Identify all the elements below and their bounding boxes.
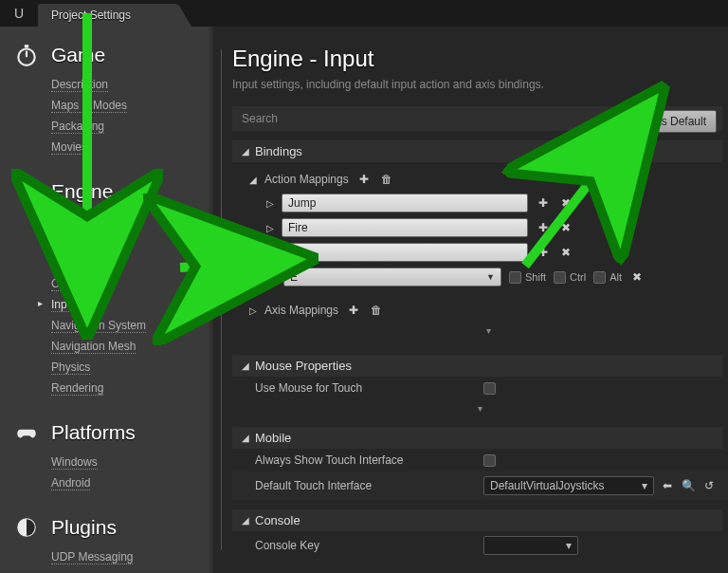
stopwatch-icon bbox=[13, 42, 40, 68]
sidebar-item-input[interactable]: Input bbox=[51, 294, 213, 315]
section-bindings[interactable]: ◢Bindings bbox=[232, 140, 722, 162]
add-key-icon[interactable]: ✚ bbox=[536, 220, 551, 235]
action-mapping-jump-field[interactable]: Jump bbox=[282, 194, 528, 213]
settings-sidebar: Game Description Maps & Modes Packaging … bbox=[0, 27, 213, 573]
sidebar-item-maps-modes[interactable]: Maps & Modes bbox=[51, 95, 213, 116]
sidebar-item-android[interactable]: Android bbox=[51, 472, 213, 493]
category-game-title: Game bbox=[51, 44, 105, 66]
triangle-down-icon: ◢ bbox=[242, 515, 249, 526]
triangle-down-icon: ◢ bbox=[242, 433, 249, 443]
plug-icon bbox=[13, 514, 40, 541]
browse-asset-icon[interactable]: 🔍 bbox=[681, 478, 696, 493]
reset-to-default-icon[interactable]: ↺ bbox=[701, 478, 717, 493]
shift-modifier-checkbox[interactable] bbox=[509, 271, 521, 284]
sidebar-item-rendering[interactable]: Rendering bbox=[51, 378, 213, 398]
console-key-dropdown[interactable]: ▾ bbox=[483, 536, 578, 555]
gear-icon bbox=[13, 178, 40, 205]
delete-action-mappings-icon[interactable]: 🗑 bbox=[379, 172, 394, 187]
triangle-down-icon[interactable]: ◢ bbox=[266, 248, 274, 258]
triangle-right-icon[interactable]: ▷ bbox=[266, 223, 274, 233]
default-touch-interface-label: Default Touch Interface bbox=[242, 479, 483, 492]
sidebar-item-physics[interactable]: Physics bbox=[51, 357, 213, 378]
add-key-icon[interactable]: ✚ bbox=[536, 195, 551, 211]
add-axis-mapping-icon[interactable]: ✚ bbox=[346, 303, 361, 318]
ue-logo: U bbox=[0, 0, 38, 27]
set-as-default-button[interactable]: Set as Default bbox=[625, 110, 717, 133]
triangle-down-icon: ◢ bbox=[249, 175, 257, 185]
page-title: Engine - Input bbox=[232, 46, 728, 72]
sidebar-item-navigation-mesh[interactable]: Navigation Mesh bbox=[51, 336, 213, 357]
sidebar-item-udp-messaging[interactable]: UDP Messaging bbox=[51, 546, 213, 567]
add-key-icon[interactable]: ✚ bbox=[536, 245, 551, 260]
default-touch-interface-dropdown[interactable]: DefaultVirtualJoysticks▾ bbox=[483, 476, 654, 495]
sidebar-item-audio[interactable]: Audio bbox=[51, 231, 213, 252]
triangle-right-icon: ▷ bbox=[249, 305, 257, 316]
category-plugins-title: Plugins bbox=[51, 516, 117, 539]
page-description: Input settings, including default input … bbox=[232, 78, 728, 91]
add-action-mapping-icon[interactable]: ✚ bbox=[356, 172, 372, 187]
expand-indicator-icon[interactable]: ▾ bbox=[249, 322, 728, 340]
sidebar-item-general-settings[interactable]: General Settings bbox=[51, 211, 213, 231]
triangle-right-icon[interactable]: ▷ bbox=[266, 198, 274, 209]
sidebar-item-collision[interactable]: Collision bbox=[51, 252, 213, 273]
sidebar-item-windows[interactable]: Windows bbox=[51, 452, 213, 472]
console-key-label: Console Key bbox=[242, 539, 483, 552]
controller-icon bbox=[13, 419, 40, 446]
sidebar-item-console[interactable]: Console bbox=[51, 273, 213, 294]
svg-rect-1 bbox=[25, 45, 28, 47]
section-console[interactable]: ◢Console bbox=[232, 509, 722, 531]
sidebar-item-description[interactable]: Description bbox=[51, 74, 213, 95]
section-mobile[interactable]: ◢Mobile bbox=[232, 427, 722, 449]
tab-project-settings[interactable]: Project Settings bbox=[38, 4, 178, 27]
category-engine-title: Engine bbox=[51, 180, 113, 203]
remove-key-icon[interactable]: ✖ bbox=[629, 269, 645, 285]
remove-mapping-icon[interactable]: ✖ bbox=[558, 245, 573, 260]
dropdown-arrow-icon: ▼ bbox=[486, 268, 495, 286]
delete-axis-mappings-icon[interactable]: 🗑 bbox=[369, 303, 384, 318]
key-binding-dropdown[interactable]: E ▼ bbox=[283, 268, 501, 286]
dropdown-arrow-icon: ▾ bbox=[566, 537, 572, 554]
sidebar-item-movies[interactable]: Movies bbox=[51, 137, 213, 157]
triangle-down-icon: ◢ bbox=[242, 146, 249, 157]
remove-mapping-icon[interactable]: ✖ bbox=[558, 195, 573, 211]
expand-indicator-icon[interactable]: ▾ bbox=[232, 399, 728, 417]
dropdown-arrow-icon: ▾ bbox=[642, 477, 647, 494]
use-selected-asset-icon[interactable]: ⬅ bbox=[660, 478, 675, 493]
always-show-touch-interface-label: Always Show Touch Interface bbox=[242, 453, 483, 467]
sidebar-item-packaging[interactable]: Packaging bbox=[51, 116, 213, 137]
sidebar-item-navigation-system[interactable]: Navigation System bbox=[51, 315, 213, 336]
action-mapping-use-field[interactable]: Use bbox=[282, 243, 528, 262]
section-mouse-properties[interactable]: ◢Mouse Properties bbox=[232, 355, 722, 377]
alt-modifier-checkbox[interactable] bbox=[593, 271, 606, 284]
use-mouse-for-touch-checkbox[interactable] bbox=[483, 382, 496, 395]
action-mappings-header[interactable]: ◢ Action Mappings ✚ 🗑 bbox=[249, 168, 728, 191]
ctrl-modifier-checkbox[interactable] bbox=[554, 271, 566, 284]
category-platforms-title: Platforms bbox=[51, 421, 136, 444]
remove-mapping-icon[interactable]: ✖ bbox=[558, 220, 573, 235]
action-mapping-fire-field[interactable]: Fire bbox=[282, 218, 528, 237]
use-mouse-for-touch-label: Use Mouse for Touch bbox=[242, 381, 483, 395]
triangle-down-icon: ◢ bbox=[242, 360, 249, 371]
always-show-touch-interface-checkbox[interactable] bbox=[483, 454, 496, 467]
axis-mappings-header[interactable]: ▷ Axis Mappings ✚ 🗑 bbox=[249, 299, 728, 322]
